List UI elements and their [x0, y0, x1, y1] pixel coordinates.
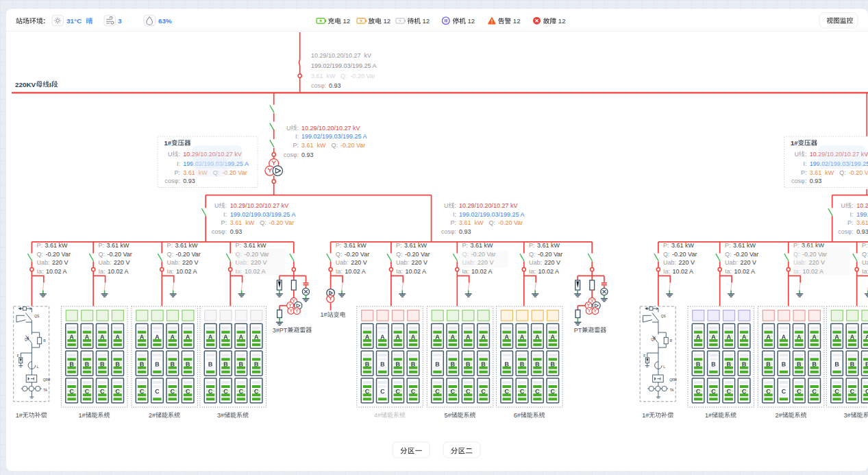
svg-text:Ia:: Ia: [725, 268, 732, 275]
svg-text:P:: P: [396, 242, 402, 249]
svg-text:3.61 kW: 3.61 kW [459, 219, 484, 226]
svg-text:220 V: 220 V [114, 259, 130, 266]
svg-text:12: 12 [423, 17, 430, 25]
svg-text:10.02 A: 10.02 A [471, 268, 493, 275]
svg-text:P:: P: [235, 242, 241, 249]
svg-text:3.61 kW: 3.61 kW [344, 242, 367, 249]
svg-text:0.93: 0.93 [230, 228, 243, 235]
svg-text:U: U [841, 202, 846, 209]
svg-text:10.02 A: 10.02 A [734, 268, 755, 275]
svg-text:P:: P: [167, 242, 173, 249]
svg-text:Uab:: Uab: [167, 259, 180, 266]
svg-text:I:: I: [453, 211, 456, 218]
svg-text:0.93: 0.93 [459, 228, 471, 235]
svg-text::: : [43, 17, 45, 25]
svg-text:QS: QS [34, 315, 39, 318]
svg-text:0.93: 0.93 [329, 82, 341, 89]
svg-text:220 V: 220 V [182, 259, 199, 266]
svg-text:10.02 A: 10.02 A [176, 268, 197, 275]
svg-text:220 V: 220 V [679, 259, 695, 266]
svg-text:U: U [444, 202, 449, 209]
svg-text:P:: P: [862, 242, 868, 249]
svg-text:I:: I: [295, 133, 299, 140]
svg-text:10.02 A: 10.02 A [345, 268, 366, 275]
svg-text:QF: QF [25, 338, 29, 341]
svg-text:U: U [168, 151, 173, 158]
svg-text:-0.20 Var: -0.20 Var [107, 251, 132, 258]
svg-text:10.29/10.20/10.27 kV: 10.29/10.20/10.27 kV [301, 125, 360, 132]
svg-text:1#: 1# [705, 412, 712, 419]
svg-text:10.29/10.20/10.27 kV: 10.29/10.20/10.27 kV [230, 202, 289, 209]
svg-text:I:: I: [850, 211, 853, 218]
svg-text:Uab:: Uab: [663, 259, 676, 266]
svg-text:R: R [670, 339, 673, 343]
svg-text:199.02/199.03/199.25 A: 199.02/199.03/199.25 A [230, 211, 296, 218]
svg-text:Ia:: Ia: [167, 268, 174, 275]
svg-text:10.02 A: 10.02 A [673, 268, 694, 275]
svg-text:3.61 kW: 3.61 kW [301, 142, 326, 149]
svg-text:12: 12 [558, 17, 566, 25]
svg-text:Uab:: Uab: [725, 259, 738, 266]
svg-text:-0.20 Var: -0.20 Var [269, 219, 294, 226]
svg-text:220 V: 220 V [52, 259, 69, 266]
svg-text::: : [805, 151, 807, 158]
svg-text:Uab:: Uab: [396, 259, 409, 266]
svg-text:Uab:: Uab: [37, 259, 50, 266]
svg-text:-0.20 Var: -0.20 Var [849, 169, 868, 176]
svg-text:P:: P: [462, 242, 469, 249]
svg-text:cosφ:: cosφ: [838, 228, 853, 235]
svg-text:199.02/199.03/199.25 A: 199.02/199.03/199.25 A [856, 211, 868, 218]
svg-text:1#: 1# [164, 139, 172, 147]
svg-text:Q:: Q: [260, 219, 266, 226]
svg-text:Q:: Q: [663, 251, 670, 258]
svg-text:P:: P: [336, 242, 342, 249]
svg-text:12: 12 [343, 17, 351, 25]
svg-text:TA: TA [43, 389, 48, 392]
svg-text::: : [455, 202, 457, 209]
svg-text:Ia:: Ia: [862, 268, 868, 275]
svg-text:P:: P: [98, 242, 104, 249]
svg-text:I:: I: [177, 160, 180, 167]
svg-text:cosφ:: cosφ: [441, 228, 456, 235]
svg-text:-0.20 Var: -0.20 Var [672, 251, 697, 258]
svg-text:3.61 kW: 3.61 kW [537, 242, 560, 249]
svg-text::: : [852, 202, 854, 209]
svg-text:I:: I: [803, 160, 806, 167]
svg-text:12: 12 [384, 17, 391, 25]
svg-text:P:: P: [663, 242, 669, 249]
svg-text:P:: P: [174, 169, 180, 176]
svg-text:I:: I: [223, 211, 227, 218]
svg-text:3.61 kW: 3.61 kW [230, 219, 255, 226]
svg-text:3#: 3# [844, 412, 851, 419]
svg-text:P:: P: [847, 219, 854, 226]
svg-text:220 V: 220 V [740, 259, 756, 266]
svg-text:cosφ:: cosφ: [165, 178, 180, 184]
svg-text:Ia:: Ia: [336, 268, 343, 275]
svg-text:F: F [17, 354, 19, 358]
svg-text:10.02 A: 10.02 A [108, 268, 129, 275]
svg-text:Ia:: Ia: [529, 268, 536, 275]
svg-text:10.02 A: 10.02 A [406, 268, 427, 275]
svg-text:PT: PT [574, 327, 582, 334]
svg-text:3#PT: 3#PT [273, 327, 288, 334]
svg-text:10.29/10.20/10.27 kV: 10.29/10.20/10.27 kV [856, 202, 868, 209]
svg-text:12: 12 [468, 17, 475, 25]
svg-text:0.93: 0.93 [301, 151, 314, 158]
svg-text:Uab:: Uab: [862, 259, 868, 266]
svg-text:3.61 kW: 3.61 kW [671, 242, 695, 249]
svg-text:P:: P: [725, 242, 731, 249]
svg-text:Q:: Q: [725, 251, 732, 258]
svg-text:3.61 kW: 3.61 kW [175, 242, 199, 249]
svg-text:Q:: Q: [332, 142, 338, 149]
svg-text:220 V: 220 V [351, 259, 367, 266]
svg-text:U: U [286, 125, 291, 132]
svg-text:Q:: Q: [98, 251, 105, 258]
svg-text:cosφ:: cosφ: [791, 178, 806, 184]
svg-text:Q:: Q: [839, 169, 846, 176]
svg-text:Uab:: Uab: [529, 259, 542, 266]
svg-text:2#: 2# [776, 412, 782, 419]
svg-text:Q:: Q: [529, 251, 536, 258]
svg-text:0.93: 0.93 [183, 178, 195, 184]
svg-text:cosφ:: cosφ: [311, 82, 326, 89]
svg-text:220 V: 220 V [545, 259, 561, 266]
